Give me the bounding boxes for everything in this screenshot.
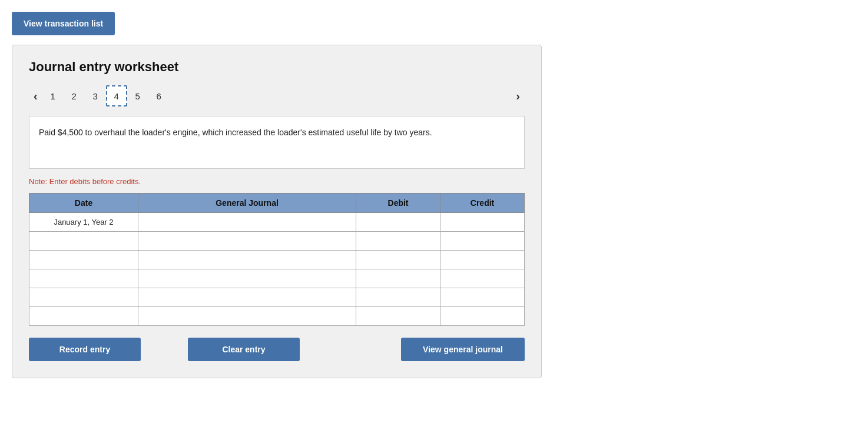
credit-input-5[interactable] <box>440 288 524 306</box>
table-row <box>29 269 525 288</box>
debit-input-4[interactable] <box>356 269 440 288</box>
debit-cell-3[interactable] <box>356 251 440 269</box>
clear-entry-button[interactable]: Clear entry <box>188 338 300 361</box>
journal-cell-3[interactable] <box>138 251 356 269</box>
view-transaction-button[interactable]: View transaction list <box>12 12 115 35</box>
prev-page-button[interactable]: ‹ <box>29 87 42 105</box>
date-cell-5 <box>29 288 138 307</box>
journal-cell-4[interactable] <box>138 269 356 288</box>
journal-input-5[interactable] <box>138 288 356 306</box>
col-header-journal: General Journal <box>138 194 356 213</box>
debit-cell-2[interactable] <box>356 232 440 251</box>
credit-cell-5[interactable] <box>440 288 525 307</box>
pagination: ‹ 1 2 3 4 5 6 › <box>29 85 525 106</box>
debit-cell-1[interactable] <box>356 213 440 232</box>
transaction-description: Paid $4,500 to overhaul the loader's eng… <box>29 116 525 169</box>
credit-input-3[interactable] <box>440 251 524 269</box>
date-cell-2 <box>29 232 138 251</box>
worksheet-title: Journal entry worksheet <box>29 59 525 75</box>
table-row <box>29 307 525 326</box>
page-4[interactable]: 4 <box>106 85 127 106</box>
page-3[interactable]: 3 <box>85 85 106 106</box>
debit-cell-6[interactable] <box>356 307 440 326</box>
journal-input-2[interactable] <box>138 232 356 250</box>
worksheet-container: Journal entry worksheet ‹ 1 2 3 4 5 6 › … <box>12 45 542 378</box>
credit-cell-3[interactable] <box>440 251 525 269</box>
credit-cell-1[interactable] <box>440 213 525 232</box>
table-row <box>29 251 525 269</box>
col-header-credit: Credit <box>440 194 525 213</box>
table-row <box>29 232 525 251</box>
debit-input-6[interactable] <box>356 307 440 325</box>
table-row: January 1, Year 2 <box>29 213 525 232</box>
col-header-date: Date <box>29 194 138 213</box>
debit-cell-5[interactable] <box>356 288 440 307</box>
journal-entry-table: Date General Journal Debit Credit Januar… <box>29 193 525 326</box>
journal-input-1[interactable] <box>138 213 356 231</box>
col-header-debit: Debit <box>356 194 440 213</box>
journal-cell-1[interactable] <box>138 213 356 232</box>
next-page-button[interactable]: › <box>511 87 525 105</box>
date-cell-1: January 1, Year 2 <box>29 213 138 232</box>
action-buttons: Record entry Clear entry View general jo… <box>29 338 525 361</box>
credit-input-1[interactable] <box>440 213 524 231</box>
date-cell-4 <box>29 269 138 288</box>
record-entry-button[interactable]: Record entry <box>29 338 141 361</box>
credit-cell-6[interactable] <box>440 307 525 326</box>
journal-input-6[interactable] <box>138 307 356 325</box>
debit-input-3[interactable] <box>356 251 440 269</box>
debit-input-2[interactable] <box>356 232 440 250</box>
table-row <box>29 288 525 307</box>
credit-cell-2[interactable] <box>440 232 525 251</box>
debit-input-5[interactable] <box>356 288 440 306</box>
journal-cell-6[interactable] <box>138 307 356 326</box>
journal-cell-5[interactable] <box>138 288 356 307</box>
credit-cell-4[interactable] <box>440 269 525 288</box>
credit-input-2[interactable] <box>440 232 524 250</box>
debit-credit-note: Note: Enter debits before credits. <box>29 177 525 186</box>
page-2[interactable]: 2 <box>64 85 85 106</box>
view-general-journal-button[interactable]: View general journal <box>401 338 525 361</box>
page-1[interactable]: 1 <box>42 85 64 106</box>
credit-input-4[interactable] <box>440 269 524 288</box>
journal-cell-2[interactable] <box>138 232 356 251</box>
date-cell-6 <box>29 307 138 326</box>
page-6[interactable]: 6 <box>148 85 170 106</box>
journal-input-4[interactable] <box>138 269 356 288</box>
journal-input-3[interactable] <box>138 251 356 269</box>
debit-input-1[interactable] <box>356 213 440 231</box>
page-5[interactable]: 5 <box>127 85 148 106</box>
date-cell-3 <box>29 251 138 269</box>
credit-input-6[interactable] <box>440 307 524 325</box>
debit-cell-4[interactable] <box>356 269 440 288</box>
